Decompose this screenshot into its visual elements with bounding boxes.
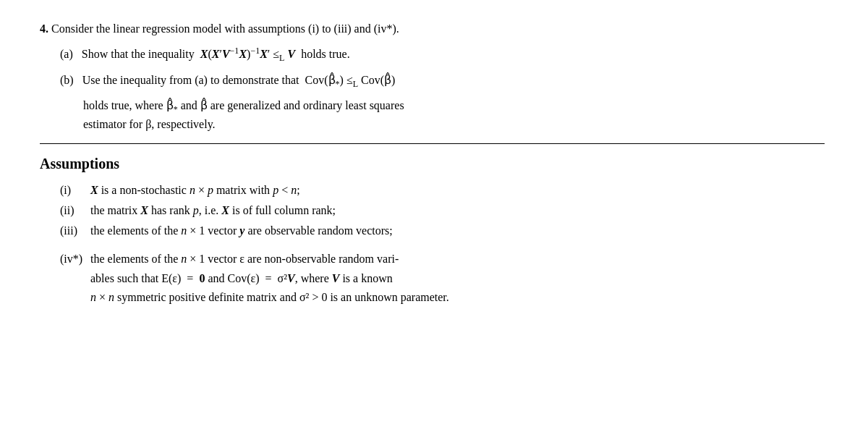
part-b-continuation: holds true, where β̂* and β̂ are general… (83, 96, 825, 133)
assumptions-heading: Assumptions (40, 156, 825, 172)
part-a-text: Show that the inequality X(X′V−1X)−1X′ ≤… (82, 48, 350, 60)
part-b-label: (b) (60, 74, 80, 86)
assumption-i-text: X is a non-stochastic n × p matrix with … (90, 181, 825, 200)
assumption-ii-label: (ii) (60, 201, 90, 220)
assumptions-list: (i) X is a non-stochastic n × p matrix w… (60, 181, 825, 240)
problem-number: 4. Consider the linear regression model … (40, 20, 825, 38)
assumption-ivstar-content: the elements of the n × 1 vector ε are n… (90, 250, 825, 307)
part-b-text: Use the inequality from (a) to demonstra… (82, 74, 396, 86)
assumption-ivstar-row: (iv*) the elements of the n × 1 vector ε… (60, 250, 825, 307)
section-divider (40, 143, 825, 144)
part-b-cont2: estimator for β, respectively. (83, 118, 216, 130)
part-b: (b) Use the inequality from (a) to demon… (60, 71, 825, 90)
assumption-iii-text: the elements of the n × 1 vector y are o… (90, 221, 825, 240)
assumption-i-label: (i) (60, 181, 90, 200)
problem-intro: Consider the linear regression model wit… (51, 22, 399, 35)
part-a-label: (a) (60, 48, 79, 60)
page-container: 4. Consider the linear regression model … (0, 0, 868, 427)
assumption-i: (i) X is a non-stochastic n × p matrix w… (60, 181, 825, 200)
part-a: (a) Show that the inequality X(X′V−1X)−1… (60, 45, 825, 64)
assumption-ii: (ii) the matrix X has rank p, i.e. X is … (60, 201, 825, 220)
assumption-ivstar-label: (iv*) (60, 250, 90, 307)
assumption-iii: (iii) the elements of the n × 1 vector y… (60, 221, 825, 240)
assumption-ivstar: (iv*) the elements of the n × 1 vector ε… (60, 250, 825, 307)
problem-number-text: 4. (40, 22, 48, 35)
part-b-cont1: holds true, where β̂* and β̂ are general… (83, 99, 404, 111)
assumption-ii-text: the matrix X has rank p, i.e. X is of fu… (90, 201, 825, 220)
assumption-iii-label: (iii) (60, 221, 90, 240)
